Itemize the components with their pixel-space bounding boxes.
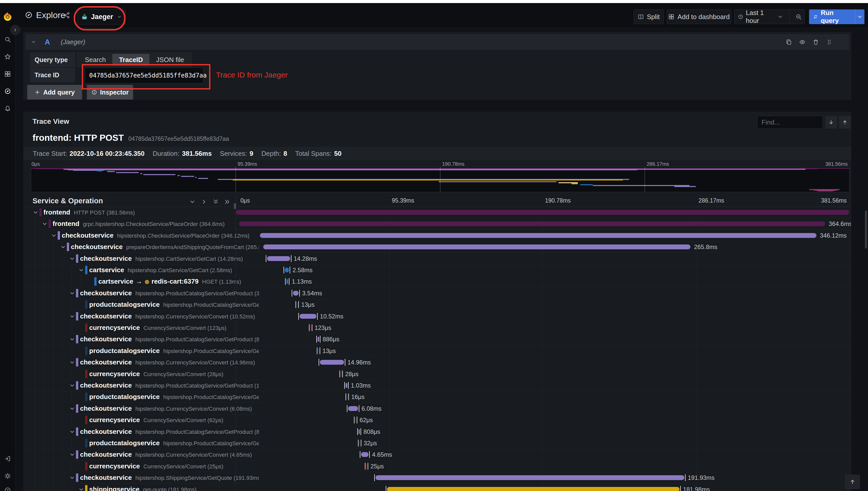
span-row[interactable]: currencyserviceCurrencyService/Convert (… — [24, 461, 851, 472]
span-name-cell[interactable]: checkoutservicehipstershop.CartService/G… — [80, 253, 259, 264]
tab-traceid[interactable]: TraceID — [112, 54, 149, 65]
grafana-logo-icon[interactable] — [3, 11, 13, 22]
scrollbar-thumb[interactable] — [865, 210, 867, 249]
span-row[interactable]: checkoutserviceprepareOrderItemsAndShipp… — [24, 241, 851, 253]
span-row[interactable]: checkoutservicehipstershop.ShippingServi… — [24, 472, 851, 484]
collapse-all-icon[interactable] — [213, 199, 219, 205]
span-name-cell[interactable]: checkoutservicehipstershop.CurrencyServi… — [80, 449, 259, 460]
span-name-cell[interactable]: currencyserviceCurrencyService/Convert (… — [89, 414, 259, 426]
span-row[interactable]: checkoutservicehipstershop.CheckoutServi… — [24, 230, 851, 241]
span-name-cell[interactable]: checkoutservicehipstershop.ProductCatalo… — [80, 287, 259, 299]
tab-search[interactable]: Search — [78, 54, 112, 65]
span-name-cell[interactable]: frontendgrpc.hipstershop.CheckoutService… — [53, 218, 259, 230]
scroll-to-top-button[interactable] — [845, 475, 860, 489]
inspector-button[interactable]: Inspector — [87, 85, 133, 99]
delete-query-icon[interactable] — [813, 39, 819, 45]
span-bar[interactable] — [300, 314, 317, 319]
gear-icon[interactable] — [4, 473, 11, 479]
find-input[interactable]: Find... — [757, 116, 823, 128]
span-name-cell[interactable]: productcatalogservicehipstershop.Product… — [89, 299, 259, 310]
chevron-down-icon[interactable] — [42, 221, 48, 227]
span-row[interactable]: checkoutservicehipstershop.CartService/G… — [24, 253, 851, 265]
span-bar[interactable] — [293, 291, 299, 295]
span-row[interactable]: checkoutservicehipstershop.CurrencyServi… — [24, 403, 851, 414]
sign-in-icon[interactable] — [4, 455, 11, 462]
span-name-cell[interactable]: productcatalogservicehipstershop.Product… — [89, 437, 259, 449]
chevron-down-icon[interactable] — [51, 233, 57, 238]
span-bar[interactable] — [310, 325, 311, 330]
share-icon[interactable] — [63, 12, 70, 19]
span-row[interactable]: checkoutservicehipstershop.ProductCatalo… — [24, 426, 851, 438]
span-name-cell[interactable]: checkoutservicehipstershop.CurrencyServi… — [80, 356, 259, 368]
span-row[interactable]: checkoutservicehipstershop.ProductCatalo… — [24, 334, 851, 345]
time-zoom-out-button[interactable] — [793, 10, 805, 24]
span-name-cell[interactable]: checkoutservicehipstershop.CurrencyServi… — [80, 311, 259, 322]
toggle-visibility-icon[interactable] — [799, 39, 806, 45]
span-bar[interactable] — [260, 233, 816, 238]
chevron-down-icon[interactable] — [69, 406, 75, 411]
span-row[interactable]: productcatalogservicehipstershop.Product… — [24, 345, 851, 357]
chevron-down-icon[interactable] — [60, 244, 66, 250]
span-bar[interactable] — [267, 256, 290, 261]
add-query-button[interactable]: Add query — [27, 85, 82, 99]
span-bar[interactable] — [348, 406, 358, 411]
span-name-cell[interactable]: currencyserviceCurrencyService/Convert (… — [89, 461, 259, 472]
expand-one-icon[interactable] — [201, 199, 207, 205]
span-row[interactable]: checkoutservicehipstershop.CurrencyServi… — [24, 449, 851, 461]
find-prev-button[interactable] — [839, 116, 851, 128]
bell-icon[interactable] — [4, 105, 11, 112]
apps-grid-icon[interactable] — [4, 71, 11, 77]
chevron-down-icon[interactable] — [69, 429, 75, 435]
span-row[interactable]: checkoutservicehipstershop.ProductCatalo… — [24, 287, 851, 299]
span-bar[interactable] — [239, 221, 825, 226]
span-bar[interactable] — [376, 475, 684, 480]
span-row[interactable]: shippingserviceget-quote (181.98ms)181.9… — [24, 484, 851, 491]
sidebar-expand-button[interactable] — [10, 25, 20, 35]
explore-compass-icon[interactable] — [4, 88, 11, 94]
span-name-cell[interactable]: cartservicehipstershop.CartService/GetCa… — [89, 264, 259, 276]
span-row[interactable]: cartservicehipstershop.CartService/GetCa… — [24, 264, 851, 276]
span-name-cell[interactable]: currencyserviceCurrencyService/Convert (… — [89, 322, 259, 334]
span-bar[interactable] — [285, 268, 289, 272]
span-name-cell[interactable]: cartservice→redis-cart:6379HGET (1.13ms) — [98, 276, 259, 287]
chevron-down-icon[interactable] — [69, 337, 75, 342]
span-row[interactable]: currencyserviceCurrencyService/Convert (… — [24, 414, 851, 426]
span-bar[interactable] — [355, 417, 356, 423]
star-icon[interactable] — [4, 53, 11, 60]
chevron-down-icon[interactable] — [69, 383, 75, 388]
trace-id-input[interactable]: 04785da37657ee5e5dd5185ffe83d7aa — [85, 67, 203, 83]
span-name-cell[interactable]: checkoutservicehipstershop.CurrencyServi… — [80, 403, 259, 414]
span-name-cell[interactable]: currencyserviceCurrencyService/Convert (… — [89, 368, 259, 380]
span-row[interactable]: checkoutservicehipstershop.ProductCatalo… — [24, 380, 851, 392]
span-row[interactable]: cartservice→redis-cart:6379HGET (1.13ms)… — [24, 276, 851, 287]
span-name-cell[interactable]: checkoutserviceprepareOrderItemsAndShipp… — [71, 241, 259, 253]
datasource-picker[interactable]: Jaeger — [77, 9, 125, 24]
span-bar[interactable] — [359, 441, 360, 445]
span-row[interactable]: frontendHTTP POST (381.56ms) — [24, 207, 851, 218]
span-bar[interactable] — [346, 383, 347, 388]
span-name-cell[interactable]: shippingserviceget-quote (181.98ms) — [89, 484, 259, 491]
query-row-header[interactable]: A (Jaeger) — [25, 34, 849, 50]
span-row[interactable]: frontendgrpc.hipstershop.CheckoutService… — [24, 218, 851, 230]
drag-handle-icon[interactable] — [826, 39, 832, 45]
run-query-main[interactable]: Run query — [809, 9, 852, 24]
span-name-cell[interactable]: checkoutservicehipstershop.ProductCatalo… — [80, 334, 259, 345]
chevron-down-icon[interactable] — [69, 452, 75, 458]
span-row[interactable]: currencyserviceCurrencyService/Convert (… — [24, 368, 851, 380]
span-row[interactable]: productcatalogservicehipstershop.Product… — [24, 391, 851, 403]
span-bar[interactable] — [287, 279, 288, 284]
span-bar[interactable] — [387, 487, 680, 491]
chevron-down-icon[interactable] — [69, 475, 75, 481]
time-range-button[interactable]: Last 1 hour — [734, 10, 786, 24]
span-name-cell[interactable]: checkoutservicehipstershop.CheckoutServi… — [62, 230, 259, 241]
chevron-down-icon[interactable] — [31, 39, 36, 45]
split-button[interactable]: Split — [634, 9, 664, 24]
duplicate-query-icon[interactable] — [786, 39, 792, 45]
span-bar[interactable] — [366, 464, 367, 469]
column-resize-handle[interactable] — [234, 203, 238, 209]
chevron-down-icon[interactable] — [33, 210, 38, 215]
span-name-cell[interactable]: checkoutservicehipstershop.ProductCatalo… — [80, 380, 259, 391]
span-bar[interactable] — [347, 395, 348, 399]
span-row[interactable]: productcatalogservicehipstershop.Product… — [24, 437, 851, 449]
add-to-dashboard-button[interactable]: Add to dashboard — [667, 9, 731, 24]
